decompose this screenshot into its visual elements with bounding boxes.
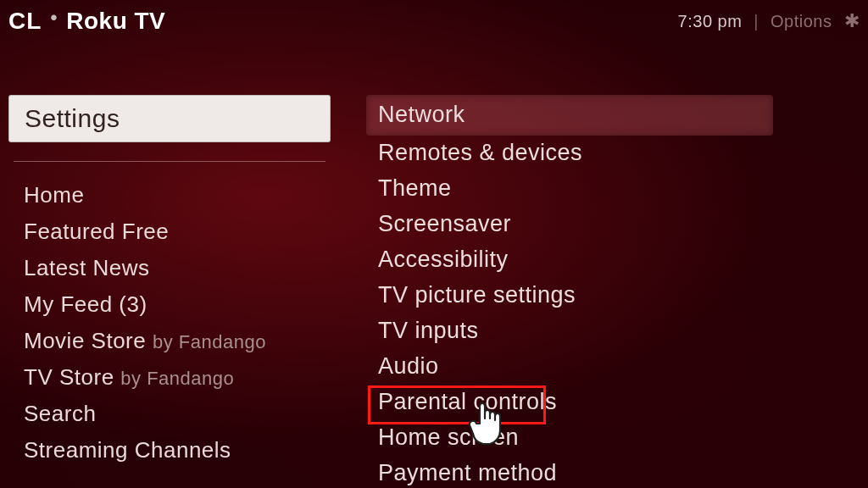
settings-item-label: Network	[378, 102, 465, 127]
clock: 7:30 pm	[678, 12, 743, 31]
settings-list: Network Remotes & devices Theme Screensa…	[366, 95, 773, 488]
settings-item-accessibility[interactable]: Accessibility	[366, 242, 773, 278]
settings-item-label: Parental controls	[378, 389, 557, 414]
brand: CL • Roku TV	[8, 8, 165, 35]
left-nav-divider	[14, 161, 326, 162]
brand-separator-dot: •	[50, 6, 58, 30]
settings-item-label: Accessibility	[378, 247, 509, 272]
settings-item-parental-controls[interactable]: Parental controls	[366, 385, 773, 420]
nav-item-suffix: by Fandango	[153, 331, 266, 352]
nav-item-search[interactable]: Search	[24, 396, 331, 432]
nav-item-suffix: by Fandango	[120, 368, 234, 389]
nav-item-featured-free[interactable]: Featured Free	[24, 214, 331, 250]
settings-item-label: TV inputs	[378, 318, 479, 343]
left-nav: Settings Home Featured Free Latest News …	[8, 95, 331, 469]
nav-item-label: Latest News	[24, 255, 150, 280]
nav-item-label: My Feed (3)	[24, 291, 147, 317]
options-star-icon[interactable]: ✱	[844, 10, 860, 32]
header-bar: CL • Roku TV 7:30 pm | Options ✱	[0, 0, 868, 42]
settings-item-screensaver[interactable]: Screensaver	[366, 207, 773, 242]
brand-prefix: CL	[8, 8, 42, 35]
nav-item-tv-store[interactable]: TV Store by Fandango	[24, 359, 331, 396]
settings-item-label: Theme	[378, 175, 452, 201]
settings-item-remotes[interactable]: Remotes & devices	[366, 136, 773, 171]
nav-item-label: Streaming Channels	[24, 437, 231, 463]
nav-item-label: Featured Free	[24, 219, 169, 244]
brand-main: Roku TV	[66, 8, 165, 35]
settings-item-label: Home screen	[378, 424, 519, 450]
settings-item-theme[interactable]: Theme	[366, 171, 773, 207]
nav-item-movie-store[interactable]: Movie Store by Fandango	[24, 323, 331, 359]
left-nav-items: Home Featured Free Latest News My Feed (…	[8, 177, 331, 469]
left-nav-title: Settings	[8, 95, 331, 142]
header-separator: |	[754, 12, 759, 31]
nav-item-label: TV Store	[24, 364, 114, 390]
settings-item-label: Screensaver	[378, 211, 511, 236]
settings-item-label: TV picture settings	[378, 282, 576, 308]
settings-item-tv-inputs[interactable]: TV inputs	[366, 313, 773, 349]
nav-item-my-feed[interactable]: My Feed (3)	[24, 286, 331, 323]
settings-item-label: Audio	[378, 353, 439, 379]
header-right: 7:30 pm | Options ✱	[678, 10, 860, 32]
nav-item-label: Search	[24, 401, 96, 426]
settings-item-audio[interactable]: Audio	[366, 349, 773, 385]
nav-item-home[interactable]: Home	[24, 177, 331, 214]
settings-item-home-screen[interactable]: Home screen	[366, 420, 773, 456]
settings-item-label: Remotes & devices	[378, 140, 582, 165]
nav-item-streaming-channels[interactable]: Streaming Channels	[24, 432, 331, 469]
nav-item-label: Home	[24, 182, 84, 208]
settings-item-payment-method[interactable]: Payment method	[366, 456, 773, 488]
settings-item-label: Payment method	[378, 460, 557, 485]
settings-item-tv-picture[interactable]: TV picture settings	[366, 278, 773, 313]
options-label[interactable]: Options	[771, 12, 832, 31]
nav-item-label: Movie Store	[24, 328, 146, 353]
nav-item-latest-news[interactable]: Latest News	[24, 250, 331, 286]
settings-item-network[interactable]: Network	[366, 95, 773, 136]
